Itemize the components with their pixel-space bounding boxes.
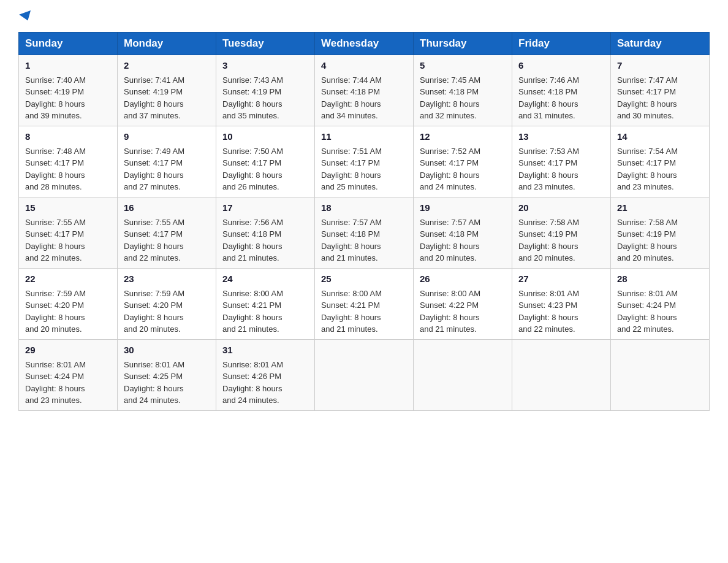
calendar-cell: 25Sunrise: 8:00 AMSunset: 4:21 PMDayligh… bbox=[315, 269, 414, 340]
calendar-cell: 5Sunrise: 7:45 AMSunset: 4:18 PMDaylight… bbox=[414, 55, 512, 126]
day-number: 9 bbox=[124, 130, 210, 144]
calendar-cell: 8Sunrise: 7:48 AMSunset: 4:17 PMDaylight… bbox=[19, 126, 118, 197]
calendar-cell: 14Sunrise: 7:54 AMSunset: 4:17 PMDayligh… bbox=[611, 126, 710, 197]
day-number: 25 bbox=[321, 272, 407, 286]
day-number: 1 bbox=[25, 59, 111, 72]
day-number: 7 bbox=[617, 59, 703, 72]
day-info: Sunrise: 7:52 AMSunset: 4:17 PMDaylight:… bbox=[420, 147, 480, 192]
calendar-cell bbox=[512, 340, 611, 411]
calendar-cell bbox=[414, 340, 512, 411]
day-number: 31 bbox=[222, 343, 308, 357]
day-info: Sunrise: 7:55 AMSunset: 4:17 PMDaylight:… bbox=[25, 218, 86, 263]
day-number: 6 bbox=[518, 59, 604, 72]
calendar-cell: 22Sunrise: 7:59 AMSunset: 4:20 PMDayligh… bbox=[19, 269, 118, 340]
day-number: 26 bbox=[420, 272, 506, 286]
day-info: Sunrise: 7:44 AMSunset: 4:18 PMDaylight:… bbox=[321, 75, 382, 121]
page-header bbox=[18, 12, 710, 21]
calendar-cell: 26Sunrise: 8:00 AMSunset: 4:22 PMDayligh… bbox=[414, 269, 512, 340]
day-info: Sunrise: 7:57 AMSunset: 4:18 PMDaylight:… bbox=[321, 218, 382, 263]
weekday-header-tuesday: Tuesday bbox=[216, 33, 315, 55]
calendar-cell: 7Sunrise: 7:47 AMSunset: 4:17 PMDaylight… bbox=[611, 55, 710, 126]
day-number: 22 bbox=[25, 272, 111, 286]
day-number: 28 bbox=[617, 272, 703, 286]
day-info: Sunrise: 7:41 AMSunset: 4:19 PMDaylight:… bbox=[124, 75, 184, 121]
calendar-cell: 31Sunrise: 8:01 AMSunset: 4:26 PMDayligh… bbox=[216, 340, 315, 411]
day-number: 8 bbox=[25, 130, 111, 144]
day-info: Sunrise: 7:56 AMSunset: 4:18 PMDaylight:… bbox=[222, 218, 283, 263]
day-number: 14 bbox=[617, 130, 703, 144]
calendar-cell: 2Sunrise: 7:41 AMSunset: 4:19 PMDaylight… bbox=[118, 55, 216, 126]
day-number: 23 bbox=[124, 272, 210, 286]
day-info: Sunrise: 8:01 AMSunset: 4:25 PMDaylight:… bbox=[124, 360, 184, 405]
calendar-cell: 23Sunrise: 7:59 AMSunset: 4:20 PMDayligh… bbox=[118, 269, 216, 340]
calendar-cell: 20Sunrise: 7:58 AMSunset: 4:19 PMDayligh… bbox=[512, 197, 611, 269]
calendar-cell: 19Sunrise: 7:57 AMSunset: 4:18 PMDayligh… bbox=[414, 197, 512, 269]
day-info: Sunrise: 7:54 AMSunset: 4:17 PMDaylight:… bbox=[617, 147, 678, 192]
day-info: Sunrise: 7:59 AMSunset: 4:20 PMDaylight:… bbox=[25, 289, 86, 334]
day-info: Sunrise: 7:49 AMSunset: 4:17 PMDaylight:… bbox=[124, 147, 184, 192]
weekday-header-wednesday: Wednesday bbox=[315, 33, 414, 55]
calendar-cell: 29Sunrise: 8:01 AMSunset: 4:24 PMDayligh… bbox=[19, 340, 118, 411]
day-number: 16 bbox=[124, 201, 210, 215]
day-info: Sunrise: 7:58 AMSunset: 4:19 PMDaylight:… bbox=[518, 218, 579, 263]
day-number: 10 bbox=[222, 130, 308, 144]
calendar-cell: 12Sunrise: 7:52 AMSunset: 4:17 PMDayligh… bbox=[414, 126, 512, 197]
day-info: Sunrise: 7:50 AMSunset: 4:17 PMDaylight:… bbox=[222, 147, 283, 192]
week-row-4: 22Sunrise: 7:59 AMSunset: 4:20 PMDayligh… bbox=[19, 269, 710, 340]
calendar-cell: 11Sunrise: 7:51 AMSunset: 4:17 PMDayligh… bbox=[315, 126, 414, 197]
day-info: Sunrise: 8:00 AMSunset: 4:21 PMDaylight:… bbox=[321, 289, 382, 334]
calendar-cell: 13Sunrise: 7:53 AMSunset: 4:17 PMDayligh… bbox=[512, 126, 611, 197]
calendar-cell bbox=[315, 340, 414, 411]
day-number: 4 bbox=[321, 59, 407, 72]
day-number: 20 bbox=[518, 201, 604, 215]
logo-triangle-icon bbox=[19, 10, 34, 23]
logo bbox=[18, 12, 32, 21]
day-info: Sunrise: 7:40 AMSunset: 4:19 PMDaylight:… bbox=[25, 75, 86, 121]
day-info: Sunrise: 7:48 AMSunset: 4:17 PMDaylight:… bbox=[25, 147, 86, 192]
day-number: 29 bbox=[25, 343, 111, 357]
weekday-header-row: SundayMondayTuesdayWednesdayThursdayFrid… bbox=[19, 33, 710, 55]
day-number: 24 bbox=[222, 272, 308, 286]
calendar-cell: 27Sunrise: 8:01 AMSunset: 4:23 PMDayligh… bbox=[512, 269, 611, 340]
weekday-header-monday: Monday bbox=[118, 33, 216, 55]
calendar-cell: 3Sunrise: 7:43 AMSunset: 4:19 PMDaylight… bbox=[216, 55, 315, 126]
day-info: Sunrise: 8:01 AMSunset: 4:23 PMDaylight:… bbox=[518, 289, 579, 334]
day-info: Sunrise: 7:43 AMSunset: 4:19 PMDaylight:… bbox=[222, 75, 283, 121]
calendar-cell: 16Sunrise: 7:55 AMSunset: 4:17 PMDayligh… bbox=[118, 197, 216, 269]
day-number: 30 bbox=[124, 343, 210, 357]
calendar-cell: 17Sunrise: 7:56 AMSunset: 4:18 PMDayligh… bbox=[216, 197, 315, 269]
day-info: Sunrise: 7:46 AMSunset: 4:18 PMDaylight:… bbox=[518, 75, 579, 121]
day-number: 12 bbox=[420, 130, 506, 144]
calendar-cell: 9Sunrise: 7:49 AMSunset: 4:17 PMDaylight… bbox=[118, 126, 216, 197]
day-info: Sunrise: 8:01 AMSunset: 4:26 PMDaylight:… bbox=[222, 360, 283, 405]
week-row-2: 8Sunrise: 7:48 AMSunset: 4:17 PMDaylight… bbox=[19, 126, 710, 197]
day-number: 17 bbox=[222, 201, 308, 215]
weekday-header-sunday: Sunday bbox=[19, 33, 118, 55]
calendar-cell: 10Sunrise: 7:50 AMSunset: 4:17 PMDayligh… bbox=[216, 126, 315, 197]
calendar-cell: 30Sunrise: 8:01 AMSunset: 4:25 PMDayligh… bbox=[118, 340, 216, 411]
day-info: Sunrise: 7:58 AMSunset: 4:19 PMDaylight:… bbox=[617, 218, 678, 263]
day-info: Sunrise: 7:47 AMSunset: 4:17 PMDaylight:… bbox=[617, 75, 678, 121]
day-number: 15 bbox=[25, 201, 111, 215]
calendar-cell: 21Sunrise: 7:58 AMSunset: 4:19 PMDayligh… bbox=[611, 197, 710, 269]
calendar-table: SundayMondayTuesdayWednesdayThursdayFrid… bbox=[18, 32, 710, 411]
weekday-header-thursday: Thursday bbox=[414, 33, 512, 55]
day-info: Sunrise: 7:59 AMSunset: 4:20 PMDaylight:… bbox=[124, 289, 184, 334]
day-info: Sunrise: 7:51 AMSunset: 4:17 PMDaylight:… bbox=[321, 147, 382, 192]
day-info: Sunrise: 8:00 AMSunset: 4:22 PMDaylight:… bbox=[420, 289, 480, 334]
calendar-cell: 6Sunrise: 7:46 AMSunset: 4:18 PMDaylight… bbox=[512, 55, 611, 126]
day-number: 2 bbox=[124, 59, 210, 72]
day-info: Sunrise: 8:01 AMSunset: 4:24 PMDaylight:… bbox=[25, 360, 86, 405]
day-info: Sunrise: 7:53 AMSunset: 4:17 PMDaylight:… bbox=[518, 147, 579, 192]
day-number: 11 bbox=[321, 130, 407, 144]
calendar-cell: 1Sunrise: 7:40 AMSunset: 4:19 PMDaylight… bbox=[19, 55, 118, 126]
day-info: Sunrise: 7:45 AMSunset: 4:18 PMDaylight:… bbox=[420, 75, 480, 121]
day-number: 3 bbox=[222, 59, 308, 72]
calendar-cell: 28Sunrise: 8:01 AMSunset: 4:24 PMDayligh… bbox=[611, 269, 710, 340]
calendar-cell: 18Sunrise: 7:57 AMSunset: 4:18 PMDayligh… bbox=[315, 197, 414, 269]
day-info: Sunrise: 7:55 AMSunset: 4:17 PMDaylight:… bbox=[124, 218, 184, 263]
day-number: 19 bbox=[420, 201, 506, 215]
day-number: 21 bbox=[617, 201, 703, 215]
day-info: Sunrise: 7:57 AMSunset: 4:18 PMDaylight:… bbox=[420, 218, 480, 263]
calendar-cell: 4Sunrise: 7:44 AMSunset: 4:18 PMDaylight… bbox=[315, 55, 414, 126]
